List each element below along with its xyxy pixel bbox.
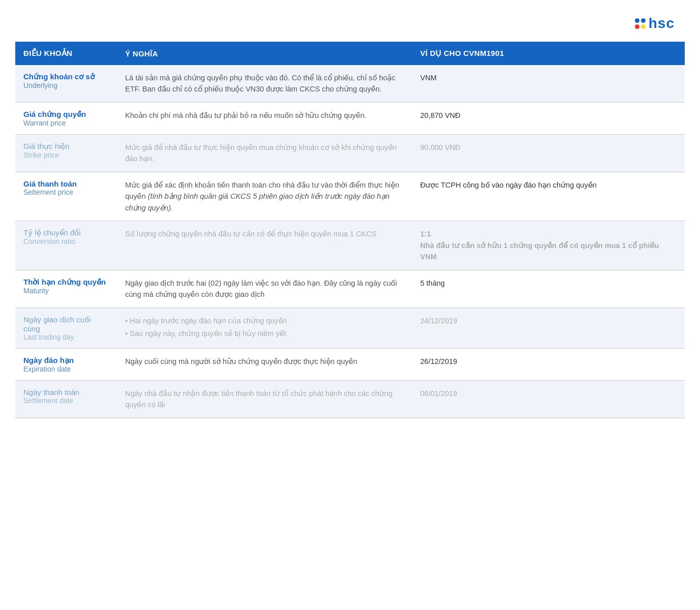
example-cell: 26/12/2019 bbox=[412, 348, 685, 380]
term-vi: Ngày đáo hạn bbox=[23, 356, 109, 365]
logo-dot-red bbox=[635, 24, 639, 29]
term-en: Maturity bbox=[23, 287, 109, 295]
example-note: Nhà đầu tư cần sở hữu 1 chứng quyền để c… bbox=[420, 241, 659, 261]
meaning-cell: Mức giá để xác định khoản tiền thanh toá… bbox=[117, 172, 412, 221]
term-cell: Ngày giao dịch cuối cùng Last trading da… bbox=[15, 308, 117, 348]
meaning-text: Ngày cuối cùng mà người sở hữu chứng quy… bbox=[125, 357, 357, 365]
term-vi: Ngày thanh toán bbox=[23, 388, 109, 396]
term-en: Settement price bbox=[23, 188, 109, 196]
term-cell: Ngày thanh toán Settlement date bbox=[15, 380, 117, 418]
table-row: Ngày giao dịch cuối cùng Last trading da… bbox=[15, 308, 685, 348]
meaning-text: Ngày giao dịch trước hai (02) ngày làm v… bbox=[125, 279, 397, 298]
meaning-cell: Ngày nhà đầu tư nhận được tiền thanh toá… bbox=[117, 380, 412, 418]
header-term: ĐIỀU KHOẢN bbox=[15, 42, 117, 65]
term-en: Conversion ratio bbox=[23, 237, 109, 246]
term-cell: Tỷ lệ chuyển đổi Conversion ratio bbox=[15, 221, 117, 270]
term-vi: Giá thực hiện bbox=[23, 142, 109, 151]
table-row: Ngày đáo hạn Expiration date Ngày cuối c… bbox=[15, 348, 685, 380]
example-cell: 90,000 VNĐ bbox=[412, 134, 685, 172]
term-cell: Ngày đáo hạn Expiration date bbox=[15, 348, 117, 380]
example-cell: 1:1 Nhà đầu tư cần sở hữu 1 chứng quyền … bbox=[412, 221, 685, 270]
example-value: 90,000 VNĐ bbox=[420, 143, 460, 151]
example-cell: 5 tháng bbox=[412, 270, 685, 308]
meaning-cell: Khoản chi phí mà nhà đầu tư phải bỏ ra n… bbox=[117, 102, 412, 134]
table-row: Giá thực hiện Strike price Mức giá để nh… bbox=[15, 134, 685, 172]
term-vi: Ngày giao dịch cuối cùng bbox=[23, 315, 109, 333]
bullet-2: • Sau ngày này, chứng quyền sẽ bị hủy ni… bbox=[125, 328, 404, 339]
example-cell: Được TCPH công bố vào ngày đáo hạn chứng… bbox=[412, 172, 685, 221]
meaning-text: Khoản chi phí mà nhà đầu tư phải bỏ ra n… bbox=[125, 111, 366, 119]
example-cell: 06/01/2019 bbox=[412, 380, 685, 418]
table-row: Thời hạn chứng quyền Maturity Ngày giao … bbox=[15, 270, 685, 308]
term-en: Strike price bbox=[23, 151, 109, 159]
logo-container: hsc bbox=[15, 10, 685, 42]
meaning-text: Số lượng chứng quyền nhà đầu tư cần có đ… bbox=[125, 230, 376, 238]
example-value: 24/12/2019 bbox=[420, 317, 457, 325]
example-value-bold: 1:1 bbox=[420, 230, 431, 238]
meaning-cell: Ngày giao dịch trước hai (02) ngày làm v… bbox=[117, 270, 412, 308]
meaning-italic: (tính bằng bình quân giá CKCS 5 phiên gi… bbox=[125, 192, 390, 211]
meaning-text: Mức giá để nhà đầu tư thực hiện quyền mu… bbox=[125, 143, 397, 163]
bullet-1: • Hai ngày trước ngày đáo hạn của chứng … bbox=[125, 315, 404, 326]
meaning-text: Là tài sản mà giá chứng quyền phụ thuộc … bbox=[125, 74, 395, 93]
example-cell: 20,870 VNĐ bbox=[412, 102, 685, 134]
header-meaning: Ý NGHĨA bbox=[117, 42, 412, 65]
table-row: Ngày thanh toán Settlement date Ngày nhà… bbox=[15, 380, 685, 418]
meaning-text: • Hai ngày trước ngày đáo hạn của chứng … bbox=[125, 315, 404, 340]
term-vi: Thời hạn chứng quyền bbox=[23, 278, 109, 287]
meaning-cell: Ngày cuối cùng mà người sở hữu chứng quy… bbox=[117, 348, 412, 380]
example-cell: 24/12/2019 bbox=[412, 308, 685, 348]
logo-dots bbox=[635, 18, 646, 29]
meaning-text: Mức giá để xác định khoản tiền thanh toá… bbox=[125, 181, 399, 212]
example-value: Được TCPH công bố vào ngày đáo hạn chứng… bbox=[420, 181, 597, 189]
example-cell: VNM bbox=[412, 65, 685, 102]
term-vi: Chứng khoán cơ sở bbox=[23, 72, 109, 81]
term-en: Expiration date bbox=[23, 365, 109, 373]
example-value: 26/12/2019 bbox=[420, 357, 457, 365]
meaning-cell: • Hai ngày trước ngày đáo hạn của chứng … bbox=[117, 308, 412, 348]
term-en: Underlying bbox=[23, 81, 109, 89]
logo: hsc bbox=[635, 15, 675, 32]
terms-table: ĐIỀU KHOẢN Ý NGHĨA VÍ DỤ CHO CVNM1901 Ch… bbox=[15, 42, 685, 418]
meaning-cell: Là tài sản mà giá chứng quyền phụ thuộc … bbox=[117, 65, 412, 102]
table-row: Giá chứng quyền Warrant price Khoản chi … bbox=[15, 102, 685, 134]
term-vi: Giá chứng quyền bbox=[23, 110, 109, 119]
table-header-row: ĐIỀU KHOẢN Ý NGHĨA VÍ DỤ CHO CVNM1901 bbox=[15, 42, 685, 65]
term-cell: Giá chứng quyền Warrant price bbox=[15, 102, 117, 134]
term-cell: Thời hạn chứng quyền Maturity bbox=[15, 270, 117, 308]
logo-dot-blue-2 bbox=[641, 18, 646, 23]
term-vi: Tỷ lệ chuyển đổi bbox=[23, 228, 109, 237]
table-row: Chứng khoán cơ sở Underlying Là tài sản … bbox=[15, 65, 685, 102]
logo-dot-blue-1 bbox=[635, 18, 639, 23]
table-row: Giá thanh toán Settement price Mức giá đ… bbox=[15, 172, 685, 221]
example-value: VNM bbox=[420, 74, 436, 82]
example-value: 20,870 VNĐ bbox=[420, 111, 460, 119]
logo-dot-yellow bbox=[641, 24, 646, 29]
example-value: 06/01/2019 bbox=[420, 389, 457, 398]
term-en: Settlement date bbox=[23, 396, 109, 405]
example-value: 5 tháng bbox=[420, 279, 445, 287]
logo-text: hsc bbox=[649, 15, 675, 32]
term-cell: Chứng khoán cơ sở Underlying bbox=[15, 65, 117, 102]
term-en: Warrant price bbox=[23, 119, 109, 127]
table-row: Tỷ lệ chuyển đổi Conversion ratio Số lượ… bbox=[15, 221, 685, 270]
header-example: VÍ DỤ CHO CVNM1901 bbox=[412, 42, 685, 65]
term-cell: Giá thực hiện Strike price bbox=[15, 134, 117, 172]
term-vi: Giá thanh toán bbox=[23, 179, 109, 188]
meaning-cell: Số lượng chứng quyền nhà đầu tư cần có đ… bbox=[117, 221, 412, 270]
meaning-text: Ngày nhà đầu tư nhận được tiền thanh toá… bbox=[125, 389, 392, 409]
meaning-cell: Mức giá để nhà đầu tư thực hiện quyền mu… bbox=[117, 134, 412, 172]
term-cell: Giá thanh toán Settement price bbox=[15, 172, 117, 221]
term-en: Last trading day bbox=[23, 333, 109, 341]
